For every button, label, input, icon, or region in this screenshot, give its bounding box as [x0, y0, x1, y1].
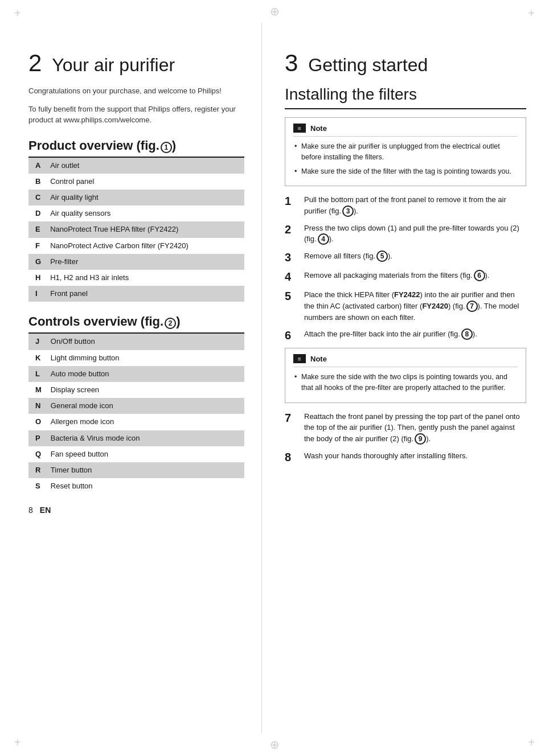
table-row: CAir quality light [28, 190, 244, 206]
page-num: 8 [28, 506, 33, 515]
install-filters-heading: Installing the filters [285, 85, 526, 109]
table-row: GPre-filter [28, 254, 244, 270]
row-text: Pre-filter [46, 254, 244, 270]
list-item: 2Press the two clips down (1) and pull t… [285, 223, 526, 245]
step-number: 1 [285, 194, 297, 217]
note-item: Make sure the air purifier is unplugged … [293, 141, 518, 163]
row-text: Reset button [46, 478, 244, 494]
section3-name: Getting started [308, 55, 428, 75]
step-number: 2 [285, 223, 297, 245]
page-lang: EN [40, 506, 51, 515]
step-number: 3 [285, 250, 297, 264]
note-icon-1: ≡ [293, 124, 306, 133]
table-row: PBacteria & Virus mode icon [28, 430, 244, 446]
intro-para-1: Congratulations on your purchase, and we… [28, 85, 244, 97]
note-icon-2: ≡ [293, 354, 306, 363]
row-letter: H [28, 270, 46, 286]
step-number: 6 [285, 328, 297, 342]
step-text: Wash your hands thoroughly after install… [304, 450, 526, 464]
table-row: FNanoProtect Active Carbon filter (FY242… [28, 238, 244, 254]
row-letter: C [28, 190, 46, 206]
table-row: RTimer button [28, 462, 244, 478]
table-row: BControl panel [28, 174, 244, 190]
fig-circle: 6 [474, 270, 485, 281]
table-row: DAir quality sensors [28, 206, 244, 221]
section2-title: 2 Your air purifier [28, 51, 244, 75]
list-item: 3Remove all filters (fig.5). [285, 250, 526, 264]
table-row: LAuto mode button [28, 366, 244, 382]
fig-circle: 7 [466, 301, 478, 312]
row-letter: G [28, 254, 46, 270]
section2-num: 2 [28, 51, 42, 75]
row-letter: D [28, 206, 46, 221]
row-letter: N [28, 398, 46, 414]
step-text: Remove all filters (fig.5). [304, 250, 526, 264]
table-row: MDisplay screen [28, 382, 244, 398]
intro-para-2: To fully benefit from the support that P… [28, 104, 244, 126]
row-letter: J [28, 334, 46, 350]
step-text: Remove all packaging materials from the … [304, 270, 526, 284]
row-text: Air quality sensors [46, 206, 244, 221]
fig1-circle: 1 [161, 142, 172, 153]
row-text: Front panel [46, 286, 244, 302]
row-text: Fan speed button [46, 446, 244, 462]
row-text: General mode icon [46, 398, 244, 414]
list-item: 8Wash your hands thoroughly after instal… [285, 450, 526, 464]
note-item: Make sure the side of the filter with th… [293, 166, 518, 177]
fig-circle: 5 [376, 250, 388, 262]
step-text: Reattach the front panel by pressing the… [304, 411, 526, 445]
row-text: Timer button [46, 462, 244, 478]
table-row: JOn/Off button [28, 334, 244, 350]
row-text: On/Off button [46, 334, 244, 350]
row-letter: L [28, 366, 46, 382]
fig-circle: 3 [342, 206, 354, 217]
row-letter: Q [28, 446, 46, 462]
install-steps-1: 1Pull the bottom part of the front panel… [285, 194, 526, 342]
note1-list: Make sure the air purifier is unplugged … [293, 141, 518, 176]
step-number: 8 [285, 450, 297, 464]
product-overview-table: AAir outletBControl panelCAir quality li… [28, 158, 244, 302]
row-letter: E [28, 221, 46, 237]
note-item: Make sure the side with the two clips is… [293, 372, 518, 393]
list-item: 1Pull the bottom part of the front panel… [285, 194, 526, 217]
row-text: Control panel [46, 174, 244, 190]
fig2-circle: 2 [165, 318, 176, 329]
row-text: Display screen [46, 382, 244, 398]
table-row: ENanoProtect True HEPA filter (FY2422) [28, 221, 244, 237]
fig-circle: 4 [318, 233, 329, 245]
step-text: Pull the bottom part of the front panel … [304, 194, 526, 217]
table-row: KLight dimming button [28, 350, 244, 366]
note-header-2: ≡ Note [293, 354, 518, 367]
step-number: 7 [285, 411, 297, 445]
note-header-1: ≡ Note [293, 124, 518, 137]
step-number: 4 [285, 270, 297, 284]
row-text: Air quality light [46, 190, 244, 206]
row-text: Air outlet [46, 158, 244, 174]
list-item: 5Place the thick HEPA filter (FY2422) in… [285, 289, 526, 323]
table-row: SReset button [28, 478, 244, 494]
section3-title: 3 Getting started [285, 51, 526, 75]
page-number-bar: 8 EN [28, 506, 244, 515]
row-text: Light dimming button [46, 350, 244, 366]
fig-circle: 8 [461, 328, 473, 340]
step-text: Attach the pre-filter back into the air … [304, 328, 526, 342]
note-box-1: ≡ Note Make sure the air purifier is unp… [285, 117, 526, 186]
controls-overview-table: JOn/Off buttonKLight dimming buttonLAuto… [28, 334, 244, 494]
list-item: 6Attach the pre-filter back into the air… [285, 328, 526, 342]
table-row: AAir outlet [28, 158, 244, 174]
section2-name: Your air purifier [52, 55, 175, 75]
install-steps-2: 7Reattach the front panel by pressing th… [285, 411, 526, 464]
step-number: 5 [285, 289, 297, 323]
row-letter: S [28, 478, 46, 494]
list-item: 7Reattach the front panel by pressing th… [285, 411, 526, 445]
row-letter: K [28, 350, 46, 366]
row-letter: R [28, 462, 46, 478]
fig-circle: 9 [415, 433, 426, 445]
step-text: Press the two clips down (1) and pull th… [304, 223, 526, 245]
row-text: H1, H2 and H3 air inlets [46, 270, 244, 286]
table-row: OAllergen mode icon [28, 414, 244, 430]
row-letter: I [28, 286, 46, 302]
row-letter: B [28, 174, 46, 190]
row-text: Bacteria & Virus mode icon [46, 430, 244, 446]
table-row: HH1, H2 and H3 air inlets [28, 270, 244, 286]
